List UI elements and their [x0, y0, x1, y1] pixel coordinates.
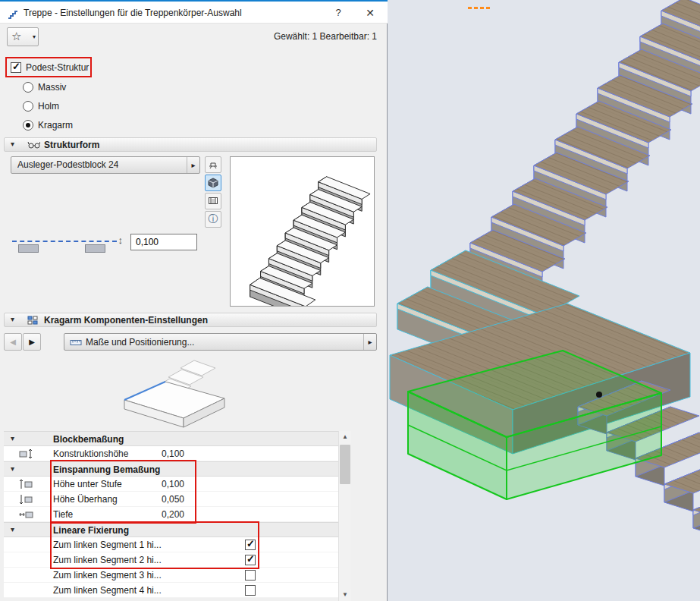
edit-node-dot[interactable]: [596, 392, 602, 398]
radio-holm-label: Holm: [38, 101, 59, 112]
table-row[interactable]: Tiefe 0,200: [4, 507, 338, 522]
support-block-right: [85, 244, 105, 253]
segment-1-checkbox[interactable]: [245, 540, 256, 550]
podestblock-dropdown[interactable]: Ausleger-Podestblock 24 ▸: [11, 156, 200, 174]
group-row-fixierung[interactable]: ▾ Lineare Fixierung: [4, 522, 338, 537]
info-button[interactable]: ⓘ: [205, 211, 221, 228]
prev-component-button[interactable]: ◀: [4, 333, 22, 351]
table-row[interactable]: Konstruktionshöhe 0,100: [4, 446, 338, 461]
group-row-blockbemassung[interactable]: ▾ Blockbemaßung: [4, 431, 338, 446]
chevron-down-icon: ▾: [33, 33, 36, 40]
table-row[interactable]: Höhe unter Stufe 0,100: [4, 477, 338, 492]
row-label: Zum linken Segment 3 hi...: [53, 570, 162, 581]
row-label: Zum linken Segment 4 hi...: [53, 585, 162, 596]
radio-kragarm-control[interactable]: [23, 120, 33, 131]
offset-input[interactable]: [130, 234, 197, 250]
next-component-button[interactable]: ▶: [23, 333, 41, 351]
dialog-titlebar[interactable]: Treppe - Einstellungen für die Treppenkö…: [0, 0, 388, 24]
3d-viewport[interactable]: [388, 0, 700, 601]
favorites-button[interactable]: ☆ ▾: [7, 27, 39, 46]
dropdown-right-arrow-icon: ▸: [363, 334, 376, 350]
row-value[interactable]: 0,200: [162, 509, 184, 520]
radio-kragarm-label: Kragarm: [38, 120, 73, 131]
3d-stair-model[interactable]: [388, 0, 700, 601]
stair-settings-dialog: Treppe - Einstellungen für die Treppenkö…: [0, 0, 388, 601]
expand-icon[interactable]: ▾: [11, 464, 14, 473]
scroll-up-icon[interactable]: ▲: [339, 431, 351, 443]
table-row[interactable]: Höhe Überhang 0,050: [4, 492, 338, 507]
podest-struktur-checkbox[interactable]: [11, 62, 21, 73]
group-title: Blockbemaßung: [53, 434, 124, 445]
radio-holm-control[interactable]: [23, 101, 33, 112]
komponenten-icon: [27, 316, 38, 328]
komponenten-title: Kragarm Komponenten-Einstellungen: [44, 315, 208, 326]
dimension-icon: [19, 479, 34, 492]
elevation-view-button[interactable]: [205, 156, 221, 173]
3d-view-button[interactable]: [205, 175, 221, 191]
star-icon: ☆: [11, 30, 21, 43]
dimension-icon: [19, 448, 34, 461]
support-diagram: ↕: [12, 231, 123, 254]
table-row[interactable]: Zum linken Segment 1 hi...: [4, 537, 338, 552]
radio-massiv[interactable]: Massiv: [23, 81, 66, 93]
dialog-title: Treppe - Einstellungen für die Treppenkö…: [24, 8, 242, 18]
group-title: Einspannung Bemaßung: [53, 464, 160, 475]
structure-preview: [230, 156, 375, 307]
scroll-down-icon[interactable]: ▼: [339, 589, 351, 601]
row-value[interactable]: 0,100: [162, 448, 184, 459]
component-sketch: [112, 351, 241, 431]
structure-preview-drawing: [231, 157, 374, 306]
strukturform-section-header[interactable]: ▾ Strukturform: [4, 137, 377, 152]
collapse-triangle-icon[interactable]: ▾: [11, 140, 14, 148]
row-label: Konstruktionshöhe: [53, 448, 128, 459]
masse-dropdown-value: Maße und Positionierung...: [86, 337, 194, 348]
strukturform-icon: [27, 140, 40, 151]
podest-struktur-row[interactable]: Podest-Struktur: [11, 61, 89, 74]
3d-cube-icon: [208, 178, 218, 190]
masse-icon: [70, 338, 82, 349]
masse-positionierung-dropdown[interactable]: Maße und Positionierung... ▸: [64, 333, 377, 351]
expand-icon[interactable]: ▾: [11, 525, 14, 533]
table-row[interactable]: Zum linken Segment 2 hi...: [4, 552, 338, 568]
elevation-view-icon: [208, 159, 218, 171]
segment-3-checkbox[interactable]: [245, 570, 256, 581]
row-label: Höhe Überhang: [53, 494, 118, 505]
updown-arrow-icon: ↕: [118, 234, 124, 246]
app-window: Treppe - Einstellungen für die Treppenkö…: [0, 0, 700, 601]
radio-massiv-control[interactable]: [23, 82, 33, 93]
dialog-toolbar: ☆ ▾ Gewählt: 1 Bearbeitbar: 1: [0, 25, 388, 49]
segment-2-checkbox[interactable]: [245, 555, 256, 565]
section-view-button[interactable]: [205, 193, 221, 209]
segment-4-checkbox[interactable]: [245, 585, 256, 596]
row-value[interactable]: 0,050: [162, 494, 184, 505]
komponenten-section-header[interactable]: ▾ Kragarm Komponenten-Einstellungen: [4, 313, 377, 327]
podestblock-dropdown-value: Ausleger-Podestblock 24: [17, 159, 118, 170]
group-title: Lineare Fixierung: [53, 525, 129, 536]
close-button[interactable]: ✕: [357, 2, 383, 24]
radio-massiv-label: Massiv: [38, 82, 66, 93]
support-dashed-line: [12, 241, 117, 242]
film-strip-icon: [208, 196, 218, 208]
scrollbar-thumb[interactable]: [340, 445, 350, 484]
radio-holm[interactable]: Holm: [23, 100, 59, 112]
table-row[interactable]: Zum linken Segment 4 hi...: [4, 583, 338, 598]
row-label: Zum linken Segment 1 hi...: [53, 540, 162, 550]
group-row-einspannung[interactable]: ▾ Einspannung Bemaßung: [4, 461, 338, 477]
dimension-icon: [19, 509, 34, 522]
strukturform-title: Strukturform: [44, 140, 99, 150]
help-button[interactable]: ?: [325, 2, 351, 24]
dimension-icon: [19, 494, 34, 507]
expand-icon[interactable]: ▾: [11, 434, 14, 442]
stair-tool-icon: [7, 8, 19, 22]
podest-struktur-label: Podest-Struktur: [26, 62, 89, 73]
parameter-table: ▾ Blockbemaßung Konstruktionshöhe 0,100 …: [4, 431, 338, 598]
row-label: Höhe unter Stufe: [53, 479, 122, 489]
selection-status: Gewählt: 1 Bearbeitbar: 1: [274, 31, 377, 42]
radio-kragarm[interactable]: Kragarm: [23, 119, 73, 131]
row-label: Zum linken Segment 2 hi...: [53, 555, 162, 565]
table-scrollbar[interactable]: ▲ ▼: [338, 431, 350, 601]
table-row[interactable]: Zum linken Segment 3 hi...: [4, 568, 338, 583]
collapse-triangle-icon[interactable]: ▾: [11, 315, 14, 323]
support-block-left: [18, 244, 39, 253]
row-value[interactable]: 0,100: [162, 479, 184, 489]
